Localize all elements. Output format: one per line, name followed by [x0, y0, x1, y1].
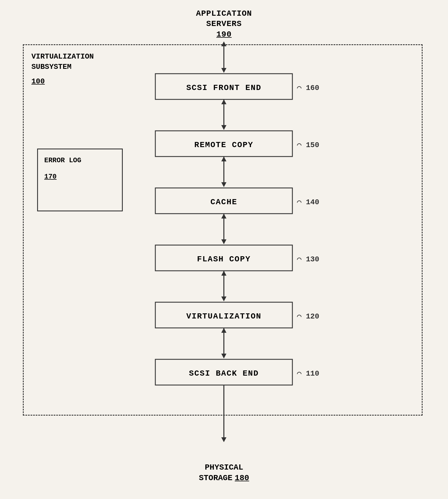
diagram-container: APPLICATION SERVERS 190 VIRTUALIZATION S…: [0, 0, 448, 499]
app-servers-label: APPLICATION SERVERS 190: [196, 9, 252, 40]
physical-storage-label: PHYSICAL STORAGE 180: [199, 462, 249, 483]
error-log-ref: 170: [44, 173, 57, 181]
svg-marker-37: [221, 437, 226, 442]
app-servers-line1: APPLICATION: [196, 9, 252, 19]
physical-storage-ref: 180: [235, 473, 249, 483]
app-servers-ref: 190: [216, 29, 232, 40]
virt-subsystem-ref: 100: [31, 77, 45, 86]
app-servers-line2: SERVERS: [196, 19, 252, 29]
virt-subsystem-label: VIRTUALIZATION SUBSYSTEM: [31, 51, 94, 72]
virt-subsystem-box: [23, 44, 423, 416]
error-log-label: ERROR LOG: [44, 156, 81, 165]
